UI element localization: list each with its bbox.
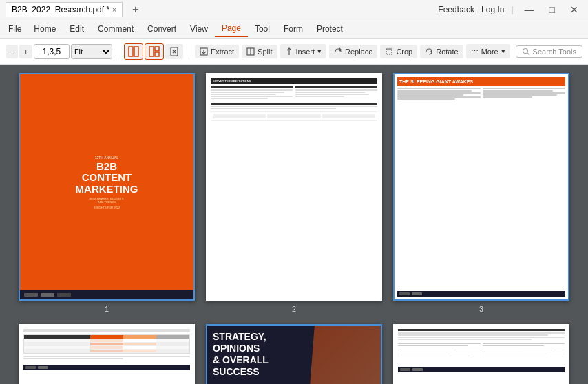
toolbar-separator-1	[118, 44, 118, 59]
svg-rect-2	[149, 47, 154, 56]
insert-icon	[285, 47, 293, 56]
zoom-dropdown[interactable]: Fit	[71, 44, 112, 59]
crop-icon	[385, 47, 393, 56]
menu-convert[interactable]: Convert	[140, 21, 183, 36]
new-tab-button[interactable]: +	[128, 3, 143, 16]
svg-rect-1	[134, 47, 138, 56]
menu-edit[interactable]: Edit	[63, 21, 91, 36]
arrange-button-2[interactable]	[145, 43, 164, 60]
delete-page-button[interactable]	[165, 44, 183, 59]
page-thumb-6: 6	[393, 324, 569, 384]
feedback-button[interactable]: Feedback	[438, 5, 474, 14]
file-menu[interactable]: File	[3, 24, 27, 34]
pages-grid: 12TH ANNUAL B2BCONTENTMARKETING BENCHMAR…	[19, 73, 569, 384]
search-tools-box[interactable]: Search Tools	[516, 45, 582, 58]
replace-button[interactable]: Replace	[329, 45, 377, 58]
more-dropdown-arrow: ▾	[501, 47, 505, 56]
toolbar-separator-2	[189, 44, 189, 59]
menu-form[interactable]: Form	[277, 21, 310, 36]
rotate-button[interactable]: Rotate	[420, 45, 463, 58]
page-frame-5[interactable]: STRATEGY,OPINIONS& OVERALLSUCCESS	[206, 324, 382, 384]
page-num-1: 1	[105, 305, 109, 313]
zoom-out-button[interactable]: −	[6, 45, 18, 58]
page-thumb-2: SURVEY TERM DEFINITIONS	[206, 73, 382, 313]
document-tab-title: B2B_2022_Research.pdf *	[12, 5, 109, 14]
svg-rect-0	[129, 47, 133, 56]
pages-icon-1	[128, 46, 139, 57]
search-tools-label: Search Tools	[533, 47, 576, 56]
page-frame-1[interactable]: 12TH ANNUAL B2BCONTENTMARKETING BENCHMAR…	[19, 73, 195, 301]
maximize-button[interactable]: □	[545, 4, 559, 15]
page-num-2: 2	[292, 305, 296, 313]
document-tab[interactable]: B2B_2022_Research.pdf * ×	[6, 2, 123, 17]
menu-comment[interactable]: Comment	[91, 21, 140, 36]
replace-icon	[334, 47, 342, 56]
title-bar-left: B2B_2022_Research.pdf * × +	[6, 2, 143, 17]
pages-icon-2	[149, 46, 160, 57]
window-close-button[interactable]: ✕	[566, 4, 582, 15]
svg-rect-3	[155, 47, 159, 51]
page-thumb-3: THE SLEEPING GIANT AWAKES	[393, 73, 569, 313]
page-frame-3[interactable]: THE SLEEPING GIANT AWAKES	[393, 73, 569, 301]
separator: |	[511, 5, 513, 14]
page-thumb-1: 12TH ANNUAL B2BCONTENTMARKETING BENCHMAR…	[19, 73, 195, 313]
page-frame-4[interactable]	[19, 324, 195, 384]
login-button[interactable]: Log In	[481, 5, 504, 14]
crop-button[interactable]: Crop	[380, 45, 417, 58]
page-frame-6[interactable]	[393, 324, 569, 384]
extract-icon	[200, 47, 208, 56]
close-tab-button[interactable]: ×	[112, 6, 116, 14]
svg-rect-4	[155, 52, 159, 56]
minimize-button[interactable]: —	[521, 4, 538, 15]
delete-icon	[169, 47, 179, 56]
main-content: 12TH ANNUAL B2BCONTENTMARKETING BENCHMAR…	[0, 65, 588, 384]
split-button[interactable]: Split	[242, 45, 277, 58]
insert-dropdown-arrow: ▾	[317, 47, 322, 56]
extract-button[interactable]: Extract	[195, 45, 239, 58]
insert-button[interactable]: Insert ▾	[280, 44, 327, 58]
toolbar: − + Fit	[0, 39, 588, 65]
rotate-icon	[425, 47, 433, 56]
menu-view[interactable]: View	[183, 21, 215, 36]
page-thumb-4: 4	[19, 324, 195, 384]
title-bar-right: Feedback Log In | — □ ✕	[438, 4, 582, 15]
arrange-button-1[interactable]	[124, 43, 143, 60]
svg-rect-13	[386, 49, 392, 54]
title-bar: B2B_2022_Research.pdf * × + Feedback Log…	[0, 0, 588, 19]
zoom-input[interactable]	[34, 44, 70, 59]
page-frame-2[interactable]: SURVEY TERM DEFINITIONS	[206, 73, 382, 301]
svg-line-15	[527, 53, 529, 55]
search-icon	[522, 47, 530, 56]
menu-home[interactable]: Home	[27, 21, 63, 36]
menu-tool[interactable]: Tool	[248, 21, 277, 36]
page-thumb-5: STRATEGY,OPINIONS& OVERALLSUCCESS 5	[206, 324, 382, 384]
zoom-in-button[interactable]: +	[19, 45, 32, 58]
menu-protect[interactable]: Protect	[310, 21, 350, 36]
menu-bar: File Home Edit Comment Convert View Page…	[0, 19, 588, 39]
split-icon	[246, 47, 255, 56]
svg-point-14	[523, 48, 527, 53]
page-num-3: 3	[479, 305, 483, 313]
zoom-controls: − + Fit	[6, 44, 112, 59]
more-button[interactable]: ⋯ More ▾	[466, 44, 510, 58]
page-arrange-group	[124, 43, 183, 60]
menu-page[interactable]: Page	[215, 21, 248, 37]
